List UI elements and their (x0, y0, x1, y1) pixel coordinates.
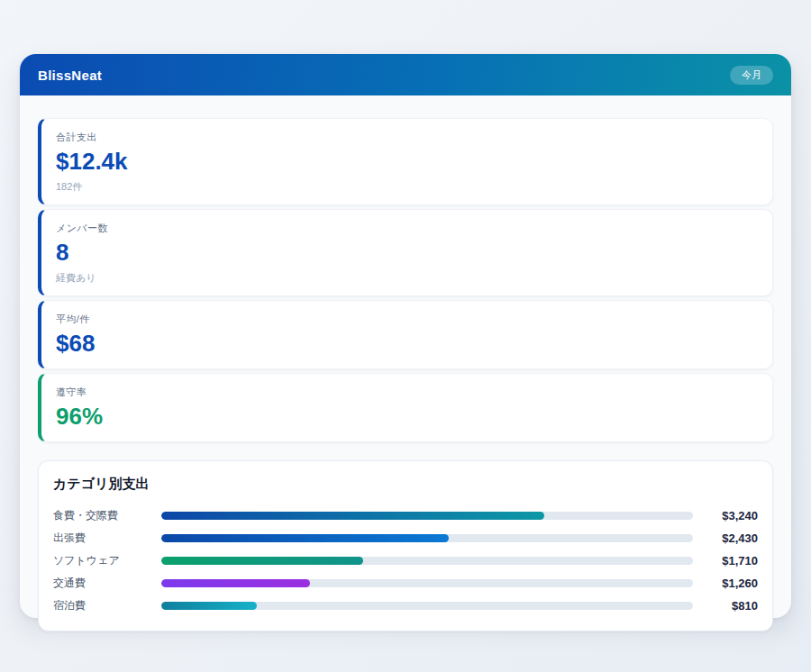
bar-fill (161, 512, 544, 520)
category-section-title: カテゴリ別支出 (53, 476, 758, 493)
stat-label: 平均/件 (56, 313, 758, 326)
bar-fill (161, 534, 449, 542)
bar-fill (161, 557, 363, 565)
stat-value: $12.4k (56, 149, 758, 176)
app-header: BlissNeat 今月 (20, 54, 791, 95)
stat-subtext: 182件 (56, 180, 758, 194)
category-amount: $3,240 (693, 509, 758, 522)
category-label: 出張費 (53, 531, 161, 546)
stat-value: 96% (56, 404, 758, 431)
period-badge[interactable]: 今月 (730, 66, 773, 85)
bar-fill (161, 602, 257, 610)
stat-card-member-count: メンバー数 8 経費あり (38, 209, 773, 296)
category-row: 食費・交際費 $3,240 (53, 504, 758, 527)
bar-track (161, 579, 693, 587)
category-amount: $2,430 (693, 531, 758, 545)
category-spend-card: カテゴリ別支出 食費・交際費 $3,240 出張費 $2,430 ソフトウェア (38, 460, 773, 631)
bar-track (161, 512, 693, 520)
bar-track (161, 557, 693, 565)
category-label: 交通費 (53, 576, 161, 591)
category-row: 出張費 $2,430 (53, 527, 758, 549)
dashboard-content: 合計支出 $12.4k 182件 メンバー数 8 経費あり 平均/件 $68 遵… (20, 95, 791, 651)
category-row: ソフトウェア $1,710 (53, 549, 758, 572)
page-background: { "header": { "app_title": "BlissNeat", … (0, 0, 811, 672)
dashboard-panel: BlissNeat 今月 合計支出 $12.4k 182件 メンバー数 8 経費… (20, 54, 791, 618)
category-label: ソフトウェア (53, 553, 161, 568)
stat-value: 8 (56, 240, 758, 267)
stat-label: 合計支出 (56, 131, 758, 144)
category-amount: $810 (693, 599, 758, 613)
stat-card-compliance-rate: 遵守率 96% (38, 373, 773, 442)
bar-track (161, 534, 693, 542)
stat-label: メンバー数 (56, 222, 758, 235)
stat-value: $68 (56, 331, 758, 358)
category-amount: $1,710 (693, 554, 758, 568)
bar-track (161, 602, 693, 610)
stat-label: 遵守率 (56, 386, 758, 399)
stat-subtext: 経費あり (56, 271, 758, 285)
category-label: 宿泊費 (53, 598, 161, 613)
app-title: BlissNeat (38, 68, 102, 83)
category-amount: $1,260 (693, 577, 758, 590)
bar-fill (161, 579, 310, 587)
stat-card-average-per-item: 平均/件 $68 (38, 300, 773, 369)
category-row: 交通費 $1,260 (53, 572, 758, 595)
category-label: 食費・交際費 (53, 508, 161, 523)
category-row: 宿泊費 $810 (53, 595, 758, 617)
stat-card-total-spend: 合計支出 $12.4k 182件 (38, 118, 773, 205)
